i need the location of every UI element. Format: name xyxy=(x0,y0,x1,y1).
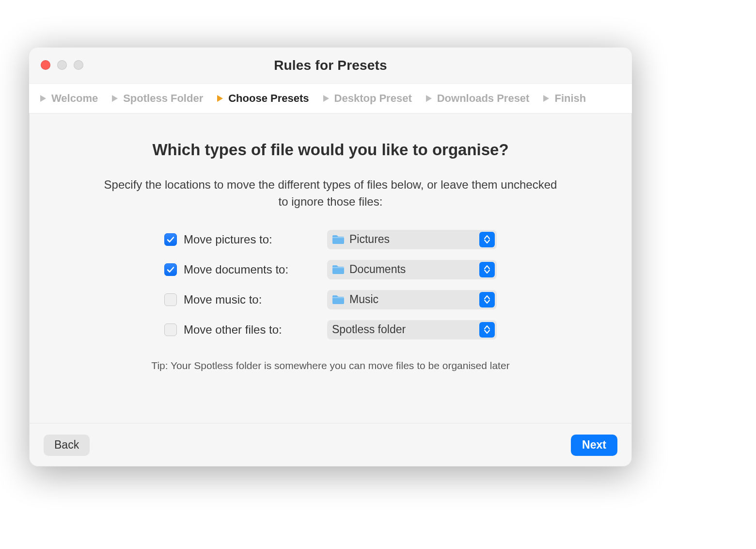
step-label: Desktop Preset xyxy=(334,92,412,105)
rule-checkbox[interactable] xyxy=(164,323,177,336)
chevron-up-down-icon xyxy=(479,322,495,338)
page-subhead: Specify the locations to move the differ… xyxy=(98,177,563,210)
play-arrow-icon xyxy=(111,95,118,102)
destination-value: Pictures xyxy=(349,233,390,246)
play-arrow-icon xyxy=(543,95,550,102)
step-downloads-preset[interactable]: Downloads Preset xyxy=(425,92,530,105)
body: Which types of file would you like to or… xyxy=(29,113,632,371)
rule-checkbox[interactable] xyxy=(164,293,177,306)
window: Rules for Presets WelcomeSpotless Folder… xyxy=(29,48,632,467)
play-arrow-icon xyxy=(40,95,47,102)
svg-rect-0 xyxy=(332,237,344,238)
step-finish[interactable]: Finish xyxy=(543,92,586,105)
destination-select[interactable]: Music xyxy=(327,290,497,309)
svg-rect-1 xyxy=(332,267,344,268)
destination-select[interactable]: Spotless folder xyxy=(327,320,497,339)
chevron-up-down-icon xyxy=(479,232,495,247)
step-bar: WelcomeSpotless FolderChoose PresetsDesk… xyxy=(29,83,632,113)
destination-value: Documents xyxy=(349,263,406,276)
page-heading: Which types of file would you like to or… xyxy=(68,141,593,159)
rule-row: Move documents to:Documents xyxy=(164,260,497,279)
titlebar: Rules for Presets xyxy=(29,48,632,83)
step-label: Downloads Preset xyxy=(437,92,530,105)
play-arrow-icon xyxy=(323,95,330,102)
rule-label: Move documents to: xyxy=(184,263,288,276)
rule-checkbox[interactable] xyxy=(164,233,177,246)
rule-label: Move music to: xyxy=(184,293,262,307)
step-label: Welcome xyxy=(51,92,98,105)
rule-row: Move music to:Music xyxy=(164,290,497,309)
play-arrow-icon xyxy=(425,95,432,102)
window-title: Rules for Presets xyxy=(29,48,632,83)
destination-value: Spotless folder xyxy=(332,323,406,336)
chevron-up-down-icon xyxy=(479,292,495,307)
next-button[interactable]: Next xyxy=(571,435,617,456)
folder-icon xyxy=(332,265,345,274)
rule-checkbox[interactable] xyxy=(164,263,177,276)
step-choose-presets[interactable]: Choose Presets xyxy=(217,92,309,105)
step-spotless-folder[interactable]: Spotless Folder xyxy=(111,92,203,105)
back-button[interactable]: Back xyxy=(44,435,90,456)
destination-select[interactable]: Documents xyxy=(327,260,497,279)
folder-icon xyxy=(332,295,345,305)
rule-row: Move other files to:Spotless folder xyxy=(164,320,497,339)
rule-row: Move pictures to:Pictures xyxy=(164,230,497,249)
rule-left: Move other files to: xyxy=(164,323,310,337)
tip-text: Tip: Your Spotless folder is somewhere y… xyxy=(68,360,593,371)
rules-list: Move pictures to:PicturesMove documents … xyxy=(68,230,593,339)
step-label: Spotless Folder xyxy=(123,92,203,105)
step-label: Choose Presets xyxy=(228,92,309,105)
destination-select[interactable]: Pictures xyxy=(327,230,497,249)
bottom-bar: Back Next xyxy=(29,423,632,467)
step-label: Finish xyxy=(554,92,586,105)
rule-left: Move pictures to: xyxy=(164,233,310,246)
step-desktop-preset[interactable]: Desktop Preset xyxy=(323,92,412,105)
rule-left: Move documents to: xyxy=(164,263,310,276)
folder-icon xyxy=(332,235,345,244)
rule-label: Move pictures to: xyxy=(184,233,272,246)
rule-left: Move music to: xyxy=(164,293,310,307)
step-welcome[interactable]: Welcome xyxy=(40,92,98,105)
chevron-up-down-icon xyxy=(479,262,495,277)
destination-value: Music xyxy=(349,293,378,306)
play-arrow-icon xyxy=(217,95,223,102)
rule-label: Move other files to: xyxy=(184,323,282,337)
svg-rect-2 xyxy=(332,297,344,298)
